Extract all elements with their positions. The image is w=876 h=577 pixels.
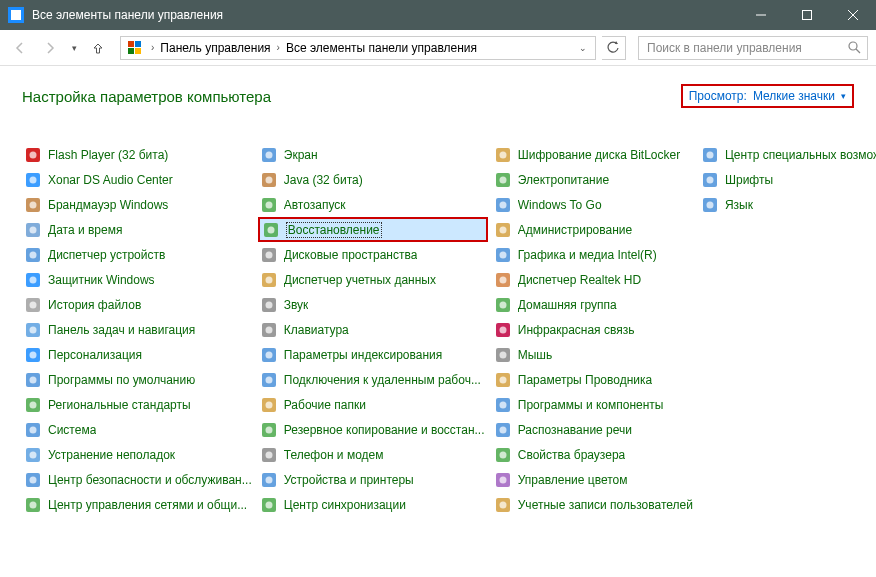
item-label: Брандмауэр Windows	[48, 198, 168, 212]
control-panel-item[interactable]: Звук	[258, 295, 311, 315]
svg-point-93	[499, 476, 506, 483]
control-panel-item[interactable]: Шрифты	[699, 170, 775, 190]
item-label: Flash Player (32 бита)	[48, 148, 168, 162]
item-label: Клавиатура	[284, 323, 349, 337]
svg-point-55	[265, 376, 272, 383]
item-label: Устройства и принтеры	[284, 473, 414, 487]
control-panel-item[interactable]: Flash Player (32 бита)	[22, 145, 170, 165]
item-label: Windows To Go	[518, 198, 602, 212]
control-panel-item[interactable]: Диспетчер Realtek HD	[492, 270, 643, 290]
control-panel-item[interactable]: Защитник Windows	[22, 270, 157, 290]
control-panel-item[interactable]: Windows To Go	[492, 195, 604, 215]
control-panel-item[interactable]: Администрирование	[492, 220, 634, 240]
network-icon	[24, 496, 42, 514]
breadcrumb-item[interactable]: Все элементы панели управления	[284, 41, 479, 55]
close-button[interactable]	[830, 0, 876, 30]
window-title: Все элементы панели управления	[32, 8, 738, 22]
control-panel-item[interactable]: Центр специальных возможностей	[699, 145, 876, 165]
control-panel-item[interactable]: Учетные записи пользователей	[492, 495, 695, 515]
search-box[interactable]	[638, 36, 868, 60]
control-panel-item[interactable]: Экран	[258, 145, 320, 165]
control-panel-item[interactable]: Клавиатура	[258, 320, 351, 340]
control-panel-item-selected[interactable]: Восстановление	[258, 217, 488, 242]
item-label: Инфракрасная связь	[518, 323, 635, 337]
svg-point-33	[30, 476, 37, 483]
history-dropdown[interactable]: ▾	[68, 43, 80, 53]
control-panel-item[interactable]: Диспетчер устройств	[22, 245, 167, 265]
svg-point-79	[499, 301, 506, 308]
search-input[interactable]	[645, 40, 848, 56]
address-dropdown[interactable]: ⌄	[573, 43, 593, 53]
item-label: Диспетчер устройств	[48, 248, 165, 262]
control-panel-item[interactable]: Брандмауэр Windows	[22, 195, 170, 215]
control-panel-item[interactable]: Программы по умолчанию	[22, 370, 197, 390]
control-panel-item[interactable]: Свойства браузера	[492, 445, 628, 465]
item-label: Панель задач и навигация	[48, 323, 195, 337]
svg-point-37	[265, 151, 272, 158]
control-panel-item[interactable]: Система	[22, 420, 98, 440]
control-panel-item[interactable]: Диспетчер учетных данных	[258, 270, 438, 290]
item-label: Звук	[284, 298, 309, 312]
control-panel-item[interactable]: Электропитание	[492, 170, 611, 190]
control-panel-item[interactable]: Java (32 бита)	[258, 170, 365, 190]
svg-point-17	[30, 276, 37, 283]
control-panel-item[interactable]: Центр синхронизации	[258, 495, 408, 515]
search-icon[interactable]	[848, 41, 861, 54]
control-panel-item[interactable]: Параметры Проводника	[492, 370, 654, 390]
control-panel-item[interactable]: История файлов	[22, 295, 143, 315]
minimize-button[interactable]	[738, 0, 784, 30]
view-value[interactable]: Мелкие значки	[753, 89, 835, 103]
control-panel-item[interactable]: Устранение неполадок	[22, 445, 177, 465]
toolbar: ▾ › Панель управления › Все элементы пан…	[0, 30, 876, 66]
control-panel-item[interactable]: Параметры индексирования	[258, 345, 444, 365]
control-panel-item[interactable]: Персонализация	[22, 345, 144, 365]
control-panel-item[interactable]: Домашняя группа	[492, 295, 619, 315]
forward-button[interactable]	[38, 36, 62, 60]
users-icon	[494, 496, 512, 514]
control-panel-item[interactable]: Резервное копирование и восстан...	[258, 420, 487, 440]
credentials-icon	[260, 271, 278, 289]
maximize-button[interactable]	[784, 0, 830, 30]
realtek-icon	[494, 271, 512, 289]
control-panel-item[interactable]: Телефон и модем	[258, 445, 386, 465]
control-panel-item[interactable]: Центр управления сетями и общи...	[22, 495, 249, 515]
items-grid: Flash Player (32 бита)Xonar DS Audio Cen…	[22, 142, 854, 517]
control-panel-item[interactable]: Графика и медиа Intel(R)	[492, 245, 659, 265]
svg-point-39	[265, 176, 272, 183]
mouse-icon	[494, 346, 512, 364]
clock-icon	[24, 221, 42, 239]
item-label: Электропитание	[518, 173, 609, 187]
page-heading: Настройка параметров компьютера	[22, 88, 271, 105]
breadcrumb-item[interactable]: Панель управления	[158, 41, 272, 55]
explorer-icon	[494, 371, 512, 389]
control-panel-item[interactable]: Региональные стандарты	[22, 395, 193, 415]
control-panel-item[interactable]: Мышь	[492, 345, 555, 365]
control-panel-item[interactable]: Программы и компоненты	[492, 395, 666, 415]
control-panel-item[interactable]: Распознавание речи	[492, 420, 634, 440]
back-button[interactable]	[8, 36, 32, 60]
refresh-button[interactable]	[602, 36, 626, 60]
control-panel-item[interactable]: Подключения к удаленным рабоч...	[258, 370, 483, 390]
keyboard-icon	[260, 321, 278, 339]
control-panel-item[interactable]: Шифрование диска BitLocker	[492, 145, 682, 165]
chevron-right-icon[interactable]: ›	[147, 42, 158, 53]
system-icon	[24, 421, 42, 439]
item-label: Распознавание речи	[518, 423, 632, 437]
control-panel-item[interactable]: Инфракрасная связь	[492, 320, 637, 340]
control-panel-item[interactable]: Xonar DS Audio Center	[22, 170, 175, 190]
chevron-down-icon[interactable]: ▾	[841, 91, 846, 101]
item-label: Дата и время	[48, 223, 122, 237]
control-panel-item[interactable]: Центр безопасности и обслуживан...	[22, 470, 254, 490]
control-panel-item[interactable]: Дисковые пространства	[258, 245, 420, 265]
control-panel-item[interactable]: Рабочие папки	[258, 395, 368, 415]
control-panel-item[interactable]: Панель задач и навигация	[22, 320, 197, 340]
address-bar[interactable]: › Панель управления › Все элементы панел…	[120, 36, 596, 60]
control-panel-item[interactable]: Устройства и принтеры	[258, 470, 416, 490]
view-options[interactable]: Просмотр: Мелкие значки ▾	[681, 84, 854, 108]
control-panel-item[interactable]: Дата и время	[22, 220, 124, 240]
up-button[interactable]	[86, 36, 110, 60]
control-panel-item[interactable]: Управление цветом	[492, 470, 630, 490]
control-panel-item[interactable]: Автозапуск	[258, 195, 348, 215]
chevron-right-icon[interactable]: ›	[273, 42, 284, 53]
control-panel-item[interactable]: Язык	[699, 195, 755, 215]
